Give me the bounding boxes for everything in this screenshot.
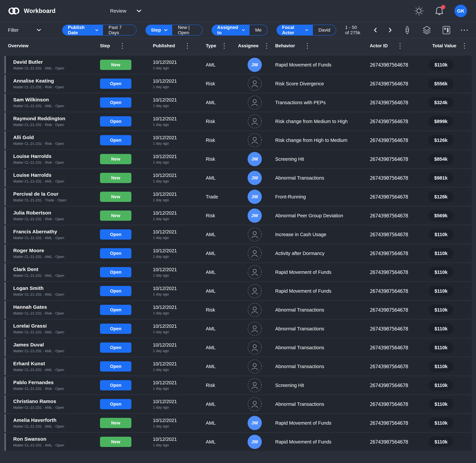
notifications-bell-icon[interactable] bbox=[435, 6, 444, 16]
column-menu-icon[interactable] bbox=[265, 43, 268, 49]
table-row[interactable]: Alli Gold Matter CL-21-231 · Risk · Open… bbox=[4, 131, 472, 149]
more-options-icon[interactable] bbox=[461, 30, 468, 31]
row-accent-bar bbox=[4, 395, 6, 413]
total-value-badge: $110k bbox=[429, 229, 454, 240]
theme-toggle-sun-icon[interactable] bbox=[414, 6, 424, 16]
type-label: Risk bbox=[202, 156, 234, 162]
pill-publish-date-label[interactable]: Publish Date bbox=[62, 25, 103, 35]
filter-pill-focal-actor: Focal Actor David bbox=[276, 25, 336, 36]
actor-id: 26743907564678 bbox=[366, 175, 421, 181]
pill-assigned-to-label[interactable]: Assigned to bbox=[212, 25, 250, 35]
filter-pill-assigned-to: Assigned to Me bbox=[212, 25, 267, 36]
behavior-label: Abnormal Peer Group Deviation bbox=[271, 213, 366, 218]
type-label: AML bbox=[202, 100, 234, 105]
pagination-next-icon[interactable] bbox=[388, 27, 393, 34]
matter-subtitle: Matter CL-21-231 · AML · Open bbox=[13, 424, 64, 429]
table-row[interactable]: Julia Robertson Matter CL-21-231 · Risk … bbox=[4, 207, 472, 224]
table-row[interactable]: Amelia Haverforth Matter CL-21-231 · AML… bbox=[4, 414, 472, 432]
pill-publish-date-value[interactable]: Past 7 Days bbox=[103, 25, 136, 35]
nav-chevron-down-icon[interactable] bbox=[137, 9, 141, 13]
pill-focal-actor-label[interactable]: Focal Actor bbox=[277, 25, 313, 35]
pill-step-label[interactable]: Step bbox=[146, 25, 172, 35]
pill-assigned-to-value[interactable]: Me bbox=[250, 25, 267, 35]
board-view-icon[interactable] bbox=[441, 25, 451, 36]
actor-id: 26743907564678 bbox=[366, 345, 421, 351]
published-age: 1 day ago bbox=[153, 405, 202, 410]
table-row[interactable]: Louise Harrolds Matter CL-21-231 · AML ·… bbox=[4, 169, 472, 187]
column-menu-icon[interactable] bbox=[399, 43, 401, 49]
column-header-assignee: Assignee bbox=[234, 43, 271, 49]
column-menu-icon[interactable] bbox=[121, 43, 124, 49]
behavior-label: Risk Score Divergence bbox=[271, 81, 366, 87]
row-accent-bar bbox=[4, 207, 6, 224]
table-row[interactable]: Ron Swanson Matter CL-21-231 · AML · Ope… bbox=[4, 433, 472, 451]
matter-name: Amelia Haverforth bbox=[13, 417, 64, 423]
step-badge: New bbox=[100, 60, 131, 70]
behavior-label: Risk change from Medium to HIgh bbox=[271, 119, 366, 124]
type-label: Trade bbox=[202, 194, 234, 200]
matter-name: James Duval bbox=[13, 342, 64, 347]
actor-id: 26743907564678 bbox=[366, 156, 421, 162]
matter-name: Raymond Reddington bbox=[13, 116, 65, 121]
step-badge: Open bbox=[100, 342, 131, 353]
step-badge: Open bbox=[100, 305, 131, 315]
table-row[interactable]: Louise Harrolds Matter CL-21-231 · Risk … bbox=[4, 150, 472, 168]
filter-pill-step: Step New | Open bbox=[145, 25, 203, 36]
view-eye-icon[interactable] bbox=[402, 25, 412, 36]
published-date: 10/12/2021 bbox=[153, 323, 202, 329]
published-age: 1 day ago bbox=[153, 198, 202, 202]
pill-focal-actor-value[interactable]: David bbox=[313, 25, 336, 35]
column-menu-icon[interactable] bbox=[186, 43, 189, 49]
layers-icon[interactable] bbox=[422, 25, 432, 36]
column-menu-icon[interactable] bbox=[223, 43, 226, 49]
table-row[interactable]: Erhard Kunst Matter CL-21-231 · AML · Op… bbox=[4, 357, 472, 375]
filter-toggle[interactable]: Filter bbox=[8, 27, 41, 33]
assignee-avatar: JW bbox=[247, 416, 262, 430]
matter-name: Pablo Fernandes bbox=[13, 380, 64, 385]
step-badge: Open bbox=[100, 79, 131, 89]
filter-label: Filter bbox=[8, 27, 18, 33]
column-header-published: Published bbox=[149, 43, 202, 49]
total-value-badge: $110k bbox=[429, 380, 454, 391]
table-row[interactable]: Lorelai Grassi Matter CL-21-231 · AML · … bbox=[4, 320, 472, 338]
matter-subtitle: Matter CL-21-231 · Risk · Open bbox=[13, 311, 64, 315]
user-avatar[interactable]: GK bbox=[455, 5, 467, 17]
main-nav: Review bbox=[110, 8, 141, 14]
nav-item-review[interactable]: Review bbox=[110, 8, 126, 14]
table-row[interactable]: James Duval Matter CL-21-231 · AML · Ope… bbox=[4, 339, 472, 356]
total-value-badge: $110k bbox=[429, 342, 454, 353]
type-label: AML bbox=[202, 288, 234, 294]
table-row[interactable]: Christiano Ramos Matter CL-21-231 · AML … bbox=[4, 395, 472, 413]
table-row[interactable]: Clark Dent Matter CL-21-231 · AML · Open… bbox=[4, 263, 472, 281]
table-row[interactable]: Pablo Fernandes Matter CL-21-231 · Risk … bbox=[4, 376, 472, 394]
type-label: AML bbox=[202, 326, 234, 331]
pagination-prev-icon[interactable] bbox=[373, 27, 378, 34]
table-row[interactable]: David Butler Matter CL-21-231 · AML · Op… bbox=[4, 56, 472, 74]
total-value-badge: $110k bbox=[429, 248, 454, 259]
column-menu-icon[interactable] bbox=[463, 43, 466, 49]
table-row[interactable]: Logan Smith Matter CL-21-231 · AML · Ope… bbox=[4, 282, 472, 300]
table-row[interactable]: Raymond Reddington Matter CL-21-231 · Ri… bbox=[4, 112, 472, 130]
table-row[interactable]: Sam Wilkinson Matter CL-21-231 · AML · O… bbox=[4, 94, 472, 111]
actor-id: 26743907564678 bbox=[366, 401, 421, 407]
actor-id: 26743907564678 bbox=[366, 137, 421, 143]
table-row[interactable]: Percival de la Cour Matter CL-21-231 · T… bbox=[4, 188, 472, 206]
published-date: 10/12/2021 bbox=[153, 78, 202, 84]
published-date: 10/12/2021 bbox=[153, 361, 202, 367]
type-label: AML bbox=[202, 420, 234, 426]
type-label: AML bbox=[202, 401, 234, 407]
table-row[interactable]: Francis Abernathy Matter CL-21-231 · AML… bbox=[4, 226, 472, 243]
type-label: AML bbox=[202, 364, 234, 369]
published-date: 10/12/2021 bbox=[153, 342, 202, 348]
table-row[interactable]: Roger Moore Matter CL-21-231 · AML · Ope… bbox=[4, 244, 472, 262]
step-badge: Open bbox=[100, 399, 131, 409]
brand: Workboard bbox=[8, 6, 55, 16]
table-row[interactable]: Annalise Keating Matter CL-21-231 · Risk… bbox=[4, 75, 472, 93]
matter-name: Christiano Ramos bbox=[13, 399, 64, 404]
step-badge: Open bbox=[100, 135, 131, 145]
column-menu-icon[interactable] bbox=[306, 43, 309, 49]
table-row[interactable]: Hannah Gates Matter CL-21-231 · Risk · O… bbox=[4, 301, 472, 319]
pill-step-value[interactable]: New | Open bbox=[172, 25, 202, 35]
published-date: 10/12/2021 bbox=[153, 135, 202, 140]
assignee-avatar bbox=[247, 322, 262, 336]
